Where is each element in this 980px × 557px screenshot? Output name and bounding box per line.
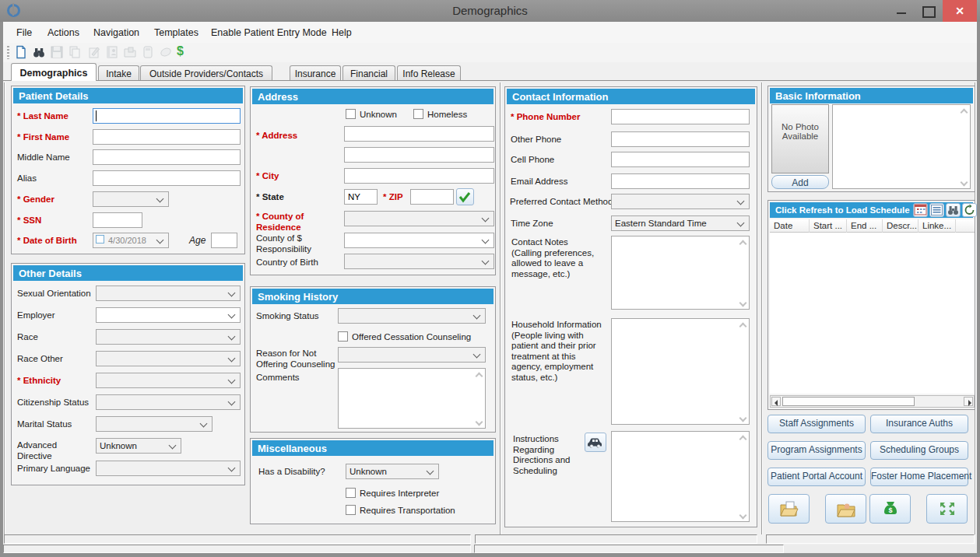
interpreter-checkbox[interactable] bbox=[346, 488, 356, 498]
calendar-icon[interactable] bbox=[913, 203, 928, 217]
dob-checkbox[interactable] bbox=[96, 235, 104, 243]
schedule-hscrollbar[interactable] bbox=[770, 395, 975, 408]
tab-financial[interactable]: Financial bbox=[342, 65, 395, 80]
county-responsibility-select[interactable] bbox=[344, 233, 494, 248]
insurance-auths-button[interactable]: Insurance Auths bbox=[870, 415, 968, 433]
tab-intake[interactable]: Intake bbox=[98, 65, 139, 80]
col-start[interactable]: Start ... bbox=[810, 219, 847, 233]
state-input[interactable]: NY bbox=[344, 189, 378, 205]
dob-value: 4/30/2018 bbox=[108, 236, 146, 245]
last-name-input[interactable] bbox=[93, 108, 241, 124]
household-textarea[interactable] bbox=[611, 318, 750, 425]
city-input[interactable] bbox=[344, 168, 494, 184]
new-patient-icon[interactable] bbox=[14, 45, 28, 59]
middle-name-input[interactable] bbox=[93, 149, 241, 165]
race-other-select[interactable] bbox=[96, 351, 241, 366]
disability-select[interactable]: Unknown bbox=[346, 464, 439, 479]
tab-demographics[interactable]: Demographics bbox=[11, 63, 97, 81]
address-unknown-checkbox[interactable] bbox=[346, 109, 356, 119]
smoking-status-select[interactable] bbox=[338, 308, 486, 324]
other-phone-label: Other Phone bbox=[511, 135, 561, 145]
other-phone-input[interactable] bbox=[611, 131, 750, 147]
directions-button[interactable] bbox=[585, 433, 606, 452]
maximize-button[interactable] bbox=[916, 0, 940, 22]
billing-icon[interactable]: $ bbox=[177, 44, 191, 58]
close-button[interactable]: ✕ bbox=[943, 0, 977, 22]
marital-status-select[interactable] bbox=[96, 416, 213, 432]
zip-validate-button[interactable] bbox=[456, 188, 474, 205]
comments-textarea[interactable] bbox=[338, 368, 486, 429]
menu-help[interactable]: Help bbox=[332, 27, 352, 38]
basic-info-notes[interactable] bbox=[832, 104, 971, 189]
no-photo-text: No Photo Available bbox=[772, 122, 828, 141]
primary-language-select[interactable] bbox=[96, 461, 241, 476]
homeless-checkbox[interactable] bbox=[413, 109, 423, 119]
patient-details-header: Patient Details bbox=[13, 88, 243, 103]
billing-money-button[interactable]: $ bbox=[869, 494, 911, 524]
zip-label: * ZIP bbox=[383, 192, 403, 203]
add-photo-button[interactable]: Add bbox=[771, 175, 829, 189]
minimize-button[interactable] bbox=[890, 0, 913, 22]
transportation-checkbox[interactable] bbox=[346, 505, 356, 515]
county-residence-select[interactable] bbox=[344, 211, 494, 226]
patient-folder-button[interactable] bbox=[825, 494, 866, 524]
refresh-icon[interactable] bbox=[962, 203, 977, 217]
instructions-textarea[interactable] bbox=[611, 431, 750, 522]
contact-notes-textarea[interactable] bbox=[611, 236, 750, 310]
address-line2-input[interactable] bbox=[344, 147, 494, 163]
staff-assignments-button[interactable]: Staff Assignments bbox=[767, 415, 866, 433]
first-name-input[interactable] bbox=[93, 129, 241, 145]
preferred-contact-select[interactable] bbox=[611, 194, 750, 209]
phone-number-input[interactable] bbox=[611, 109, 750, 124]
employer-select[interactable] bbox=[96, 307, 241, 323]
list-view-icon[interactable] bbox=[929, 203, 944, 217]
smoking-history-header: Smoking History bbox=[252, 289, 494, 304]
gender-select[interactable] bbox=[93, 191, 169, 207]
menu-enable-patient-entry-mode[interactable]: Enable Patient Entry Mode bbox=[211, 27, 327, 38]
email-input[interactable] bbox=[611, 173, 750, 189]
reason-select[interactable] bbox=[338, 347, 486, 363]
offered-cessation-checkbox[interactable] bbox=[338, 331, 348, 342]
dob-picker[interactable]: 4/30/2018 bbox=[93, 233, 169, 248]
patient-portal-button[interactable]: Patient Portal Account bbox=[767, 468, 866, 486]
tab-info-release[interactable]: Info Release bbox=[397, 65, 461, 80]
ssn-input[interactable] bbox=[93, 212, 142, 228]
eraser-icon bbox=[159, 45, 173, 59]
timezone-select[interactable]: Eastern Standard Time bbox=[611, 215, 750, 231]
advanced-directive-select[interactable]: Unknown bbox=[96, 438, 181, 454]
menu-file[interactable]: File bbox=[16, 27, 32, 38]
open-chart-button[interactable] bbox=[768, 494, 810, 524]
age-input[interactable] bbox=[211, 233, 237, 248]
tab-insurance[interactable]: Insurance bbox=[290, 65, 341, 80]
phone-number-label: * Phone Number bbox=[511, 112, 580, 123]
smoking-history-panel: Smoking History Smoking Status Offered C… bbox=[250, 286, 496, 433]
alias-input[interactable] bbox=[93, 170, 241, 186]
find-icon[interactable] bbox=[32, 45, 46, 59]
cell-phone-label: Cell Phone bbox=[511, 155, 554, 166]
citizenship-select[interactable] bbox=[96, 394, 241, 410]
zip-input[interactable] bbox=[410, 189, 454, 205]
scheduling-groups-button[interactable]: Scheduling Groups bbox=[870, 441, 968, 460]
cell-phone-input[interactable] bbox=[611, 152, 750, 167]
program-assignments-button[interactable]: Program Assignments bbox=[767, 441, 866, 460]
sexual-orientation-select[interactable] bbox=[96, 286, 241, 301]
foster-home-button[interactable]: Foster Home Placement bbox=[870, 468, 968, 486]
sexual-orientation-label: Sexual Orientation bbox=[17, 289, 91, 300]
col-linked[interactable]: Linke... bbox=[919, 219, 956, 233]
county-responsibility-label: County of $ Responsibility bbox=[256, 233, 326, 254]
sync-arrows-button[interactable] bbox=[926, 494, 968, 524]
menu-templates[interactable]: Templates bbox=[154, 27, 198, 38]
country-birth-select[interactable] bbox=[344, 254, 494, 269]
schedule-find-icon[interactable] bbox=[946, 203, 961, 217]
col-date[interactable]: Date bbox=[770, 219, 810, 233]
menu-navigation[interactable]: Navigation bbox=[93, 27, 139, 38]
col-description[interactable]: Descr... bbox=[883, 219, 919, 233]
col-end[interactable]: End ... bbox=[847, 219, 883, 233]
race-select[interactable] bbox=[96, 329, 241, 345]
ethnicity-select[interactable] bbox=[96, 373, 241, 388]
menu-actions[interactable]: Actions bbox=[47, 27, 79, 38]
homeless-label: Homeless bbox=[427, 110, 467, 121]
address-line1-input[interactable] bbox=[344, 126, 494, 142]
bottom-strip-middle bbox=[475, 534, 757, 544]
tab-outside-providers[interactable]: Outside Providers/Contacts bbox=[140, 65, 272, 80]
